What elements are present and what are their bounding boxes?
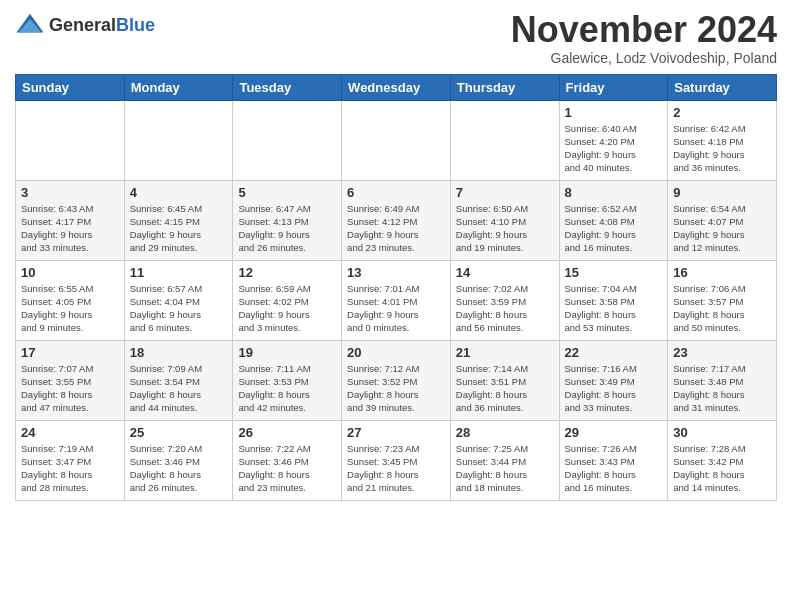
logo-general: General (49, 15, 116, 35)
column-header-sunday: Sunday (16, 74, 125, 100)
calendar-cell: 5Sunrise: 6:47 AM Sunset: 4:13 PM Daylig… (233, 180, 342, 260)
day-info: Sunrise: 6:45 AM Sunset: 4:15 PM Dayligh… (130, 202, 228, 255)
calendar-cell: 28Sunrise: 7:25 AM Sunset: 3:44 PM Dayli… (450, 420, 559, 500)
day-info: Sunrise: 6:59 AM Sunset: 4:02 PM Dayligh… (238, 282, 336, 335)
calendar-cell: 12Sunrise: 6:59 AM Sunset: 4:02 PM Dayli… (233, 260, 342, 340)
calendar-cell: 8Sunrise: 6:52 AM Sunset: 4:08 PM Daylig… (559, 180, 668, 260)
day-number: 6 (347, 185, 445, 200)
calendar-table: SundayMondayTuesdayWednesdayThursdayFrid… (15, 74, 777, 501)
calendar-cell (342, 100, 451, 180)
day-info: Sunrise: 7:25 AM Sunset: 3:44 PM Dayligh… (456, 442, 554, 495)
day-info: Sunrise: 6:52 AM Sunset: 4:08 PM Dayligh… (565, 202, 663, 255)
day-number: 17 (21, 345, 119, 360)
column-header-saturday: Saturday (668, 74, 777, 100)
calendar-cell (450, 100, 559, 180)
column-header-wednesday: Wednesday (342, 74, 451, 100)
day-number: 3 (21, 185, 119, 200)
day-info: Sunrise: 6:50 AM Sunset: 4:10 PM Dayligh… (456, 202, 554, 255)
day-number: 26 (238, 425, 336, 440)
calendar-cell: 15Sunrise: 7:04 AM Sunset: 3:58 PM Dayli… (559, 260, 668, 340)
column-header-thursday: Thursday (450, 74, 559, 100)
calendar-cell: 16Sunrise: 7:06 AM Sunset: 3:57 PM Dayli… (668, 260, 777, 340)
calendar-cell: 20Sunrise: 7:12 AM Sunset: 3:52 PM Dayli… (342, 340, 451, 420)
day-number: 8 (565, 185, 663, 200)
week-row-4: 17Sunrise: 7:07 AM Sunset: 3:55 PM Dayli… (16, 340, 777, 420)
calendar-cell: 7Sunrise: 6:50 AM Sunset: 4:10 PM Daylig… (450, 180, 559, 260)
day-number: 21 (456, 345, 554, 360)
day-number: 10 (21, 265, 119, 280)
calendar-cell: 2Sunrise: 6:42 AM Sunset: 4:18 PM Daylig… (668, 100, 777, 180)
calendar-cell: 6Sunrise: 6:49 AM Sunset: 4:12 PM Daylig… (342, 180, 451, 260)
logo-blue: Blue (116, 15, 155, 35)
column-header-tuesday: Tuesday (233, 74, 342, 100)
day-number: 20 (347, 345, 445, 360)
column-header-friday: Friday (559, 74, 668, 100)
week-row-1: 1Sunrise: 6:40 AM Sunset: 4:20 PM Daylig… (16, 100, 777, 180)
calendar-cell (124, 100, 233, 180)
calendar-cell: 3Sunrise: 6:43 AM Sunset: 4:17 PM Daylig… (16, 180, 125, 260)
calendar-cell: 29Sunrise: 7:26 AM Sunset: 3:43 PM Dayli… (559, 420, 668, 500)
calendar-cell: 25Sunrise: 7:20 AM Sunset: 3:46 PM Dayli… (124, 420, 233, 500)
day-number: 28 (456, 425, 554, 440)
day-number: 11 (130, 265, 228, 280)
day-number: 24 (21, 425, 119, 440)
location: Galewice, Lodz Voivodeship, Poland (511, 50, 777, 66)
day-info: Sunrise: 7:07 AM Sunset: 3:55 PM Dayligh… (21, 362, 119, 415)
title-block: November 2024 Galewice, Lodz Voivodeship… (511, 10, 777, 66)
header: GeneralBlue November 2024 Galewice, Lodz… (15, 10, 777, 66)
week-row-3: 10Sunrise: 6:55 AM Sunset: 4:05 PM Dayli… (16, 260, 777, 340)
day-number: 12 (238, 265, 336, 280)
day-number: 4 (130, 185, 228, 200)
calendar-cell (233, 100, 342, 180)
column-header-monday: Monday (124, 74, 233, 100)
day-number: 16 (673, 265, 771, 280)
day-info: Sunrise: 7:04 AM Sunset: 3:58 PM Dayligh… (565, 282, 663, 335)
day-info: Sunrise: 6:43 AM Sunset: 4:17 PM Dayligh… (21, 202, 119, 255)
day-number: 19 (238, 345, 336, 360)
calendar-body: 1Sunrise: 6:40 AM Sunset: 4:20 PM Daylig… (16, 100, 777, 500)
calendar-header-row: SundayMondayTuesdayWednesdayThursdayFrid… (16, 74, 777, 100)
day-info: Sunrise: 7:14 AM Sunset: 3:51 PM Dayligh… (456, 362, 554, 415)
day-number: 27 (347, 425, 445, 440)
day-number: 22 (565, 345, 663, 360)
day-info: Sunrise: 6:54 AM Sunset: 4:07 PM Dayligh… (673, 202, 771, 255)
day-info: Sunrise: 7:02 AM Sunset: 3:59 PM Dayligh… (456, 282, 554, 335)
calendar-cell: 24Sunrise: 7:19 AM Sunset: 3:47 PM Dayli… (16, 420, 125, 500)
day-info: Sunrise: 7:22 AM Sunset: 3:46 PM Dayligh… (238, 442, 336, 495)
day-info: Sunrise: 7:28 AM Sunset: 3:42 PM Dayligh… (673, 442, 771, 495)
calendar-cell: 1Sunrise: 6:40 AM Sunset: 4:20 PM Daylig… (559, 100, 668, 180)
month-title: November 2024 (511, 10, 777, 50)
day-info: Sunrise: 7:17 AM Sunset: 3:48 PM Dayligh… (673, 362, 771, 415)
day-info: Sunrise: 7:11 AM Sunset: 3:53 PM Dayligh… (238, 362, 336, 415)
day-info: Sunrise: 7:20 AM Sunset: 3:46 PM Dayligh… (130, 442, 228, 495)
week-row-5: 24Sunrise: 7:19 AM Sunset: 3:47 PM Dayli… (16, 420, 777, 500)
day-info: Sunrise: 6:55 AM Sunset: 4:05 PM Dayligh… (21, 282, 119, 335)
calendar-cell: 11Sunrise: 6:57 AM Sunset: 4:04 PM Dayli… (124, 260, 233, 340)
logo-icon (15, 10, 45, 40)
calendar-cell: 14Sunrise: 7:02 AM Sunset: 3:59 PM Dayli… (450, 260, 559, 340)
day-info: Sunrise: 6:49 AM Sunset: 4:12 PM Dayligh… (347, 202, 445, 255)
day-info: Sunrise: 7:12 AM Sunset: 3:52 PM Dayligh… (347, 362, 445, 415)
calendar-cell: 21Sunrise: 7:14 AM Sunset: 3:51 PM Dayli… (450, 340, 559, 420)
day-number: 1 (565, 105, 663, 120)
week-row-2: 3Sunrise: 6:43 AM Sunset: 4:17 PM Daylig… (16, 180, 777, 260)
day-info: Sunrise: 7:26 AM Sunset: 3:43 PM Dayligh… (565, 442, 663, 495)
calendar-cell: 17Sunrise: 7:07 AM Sunset: 3:55 PM Dayli… (16, 340, 125, 420)
day-info: Sunrise: 6:42 AM Sunset: 4:18 PM Dayligh… (673, 122, 771, 175)
day-number: 25 (130, 425, 228, 440)
calendar-cell: 10Sunrise: 6:55 AM Sunset: 4:05 PM Dayli… (16, 260, 125, 340)
calendar-cell: 4Sunrise: 6:45 AM Sunset: 4:15 PM Daylig… (124, 180, 233, 260)
calendar-cell: 9Sunrise: 6:54 AM Sunset: 4:07 PM Daylig… (668, 180, 777, 260)
day-number: 14 (456, 265, 554, 280)
day-number: 5 (238, 185, 336, 200)
calendar-cell: 23Sunrise: 7:17 AM Sunset: 3:48 PM Dayli… (668, 340, 777, 420)
calendar-cell: 30Sunrise: 7:28 AM Sunset: 3:42 PM Dayli… (668, 420, 777, 500)
day-info: Sunrise: 7:16 AM Sunset: 3:49 PM Dayligh… (565, 362, 663, 415)
day-number: 2 (673, 105, 771, 120)
day-number: 30 (673, 425, 771, 440)
calendar-cell: 19Sunrise: 7:11 AM Sunset: 3:53 PM Dayli… (233, 340, 342, 420)
day-number: 9 (673, 185, 771, 200)
logo: GeneralBlue (15, 10, 155, 40)
day-info: Sunrise: 6:57 AM Sunset: 4:04 PM Dayligh… (130, 282, 228, 335)
calendar-cell: 27Sunrise: 7:23 AM Sunset: 3:45 PM Dayli… (342, 420, 451, 500)
